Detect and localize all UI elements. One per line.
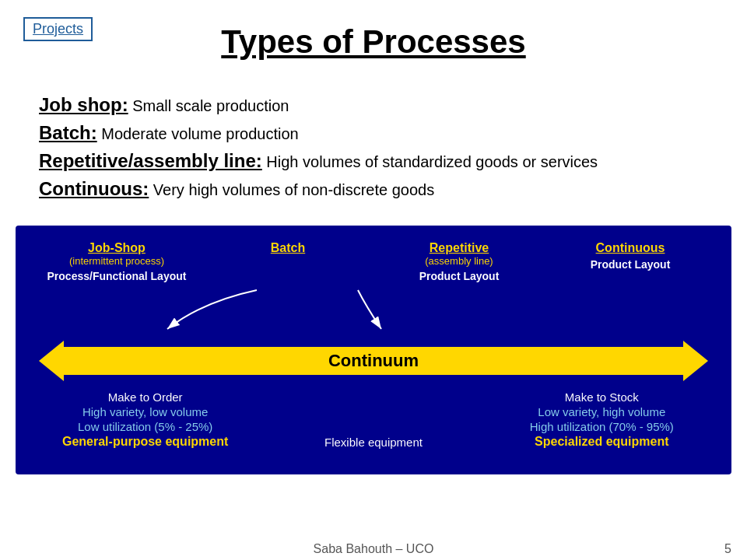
diagram-top-labels: Job-Shop (intermittent process) Process/… [31, 237, 716, 286]
list-item: Repetitive/assembly line: High volumes o… [39, 150, 708, 172]
col-batch-title: Batch [206, 241, 370, 255]
col-continuous-layout: Product Layout [549, 258, 712, 271]
desc-batch: Moderate volume production [97, 125, 299, 142]
col-continuous-title: Continuous [549, 241, 712, 255]
desc-repetitive: High volumes of standardized goods or se… [262, 153, 598, 170]
utilization-high: High utilization (70% - 95%) [488, 420, 716, 433]
list-item: Continuous: Very high volumes of non-dis… [39, 178, 708, 200]
diagram-bottom-info: Make to Order High variety, low volume L… [31, 389, 716, 450]
content-list: Job shop: Small scale production Batch: … [0, 84, 747, 218]
footer-page: 5 [724, 542, 731, 556]
flexible-equipment: Flexible equipment [324, 436, 423, 449]
variety-low: High variety, low volume [31, 405, 259, 418]
diagram: Job-Shop (intermittent process) Process/… [16, 226, 731, 474]
col-continuous: Continuous Product Layout [545, 237, 716, 286]
arrows-svg [31, 286, 716, 337]
col-jobshop: Job-Shop (intermittent process) Process/… [31, 237, 202, 286]
general-equipment: General-purpose equipment [31, 435, 259, 449]
list-item: Batch: Moderate volume production [39, 122, 708, 144]
make-to-order: Make to Order [31, 390, 259, 404]
bottom-left-info: Make to Order High variety, low volume L… [31, 389, 259, 450]
desc-jobshop: Small scale production [128, 97, 289, 114]
utilization-low: Low utilization (5% - 25%) [31, 420, 259, 433]
term-repetitive: Repetitive/assembly line: [39, 150, 262, 171]
term-batch: Batch: [39, 122, 97, 143]
col-batch: Batch [202, 237, 374, 286]
specialized-equipment: Specialized equipment [488, 435, 716, 449]
continuum-label: Continuum [328, 351, 419, 371]
bottom-center-info: Flexible equipment [259, 389, 487, 450]
continuum-container: Continuum [39, 341, 708, 381]
col-jobshop-title: Job-Shop [35, 241, 198, 255]
footer-author: Saba Bahouth – UCO [0, 542, 747, 556]
list-item: Job shop: Small scale production [39, 94, 708, 116]
page-title: Types of Processes [23, 16, 724, 76]
continuum-body: Continuum [62, 347, 685, 375]
col-jobshop-layout: Process/Functional Layout [35, 270, 198, 282]
col-repetitive-subtitle: (assembly line) [377, 255, 541, 267]
make-to-stock: Make to Stock [488, 390, 716, 404]
projects-button[interactable]: Projects [23, 17, 93, 41]
continuum-arrow: Continuum [39, 341, 708, 381]
diagram-arrows [31, 286, 716, 337]
projects-label: Projects [33, 21, 83, 37]
variety-high: Low variety, high volume [488, 405, 716, 418]
arrow-left-head [39, 341, 64, 381]
col-repetitive-title: Repetitive [377, 241, 541, 255]
desc-continuous: Very high volumes of non-discrete goods [149, 181, 434, 198]
bottom-right-info: Make to Stock Low variety, high volume H… [488, 389, 716, 450]
col-repetitive: Repetitive (assembly line) Product Layou… [374, 237, 545, 286]
term-jobshop: Job shop: [39, 94, 128, 115]
col-repetitive-layout: Product Layout [377, 270, 541, 282]
arrow-right-head [683, 341, 708, 381]
header: Projects Types of Processes [0, 0, 747, 84]
term-continuous: Continuous: [39, 178, 149, 199]
col-jobshop-subtitle: (intermittent process) [35, 255, 198, 267]
